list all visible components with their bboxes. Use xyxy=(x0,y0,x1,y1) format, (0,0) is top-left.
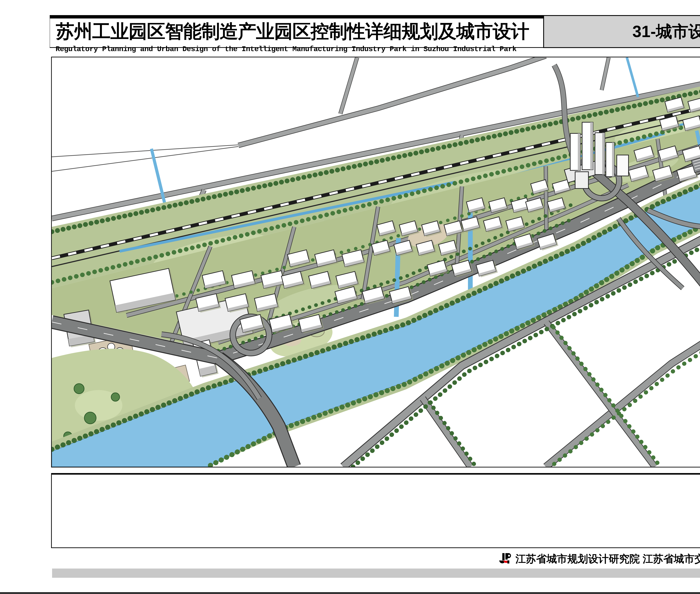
legend-panel xyxy=(51,473,700,548)
drawing-number-panel: 31-城市设计三维鸟瞰图 xyxy=(543,15,700,48)
jp-monogram-logo xyxy=(497,552,511,566)
page-title: 苏州工业园区智能制造产业园区控制性详细规划及城市设计 xyxy=(56,19,543,44)
credit-row: 江苏省城市规划设计研究院 江苏省城市交通规划研究中心 xyxy=(497,551,700,567)
title-block: 苏州工业园区智能制造产业园区控制性详细规划及城市设计 Regulatory Pl… xyxy=(50,15,543,48)
footer-bar xyxy=(52,568,700,578)
drawing-number-label: 31-城市设计三维鸟瞰图 xyxy=(632,21,700,42)
drawing-sheet: 苏州工业园区智能制造产业园区控制性详细规划及城市设计 Regulatory Pl… xyxy=(0,0,700,594)
aerial-rendering-frame xyxy=(51,57,700,467)
institute-credit: 江苏省城市规划设计研究院 江苏省城市交通规划研究中心 xyxy=(515,552,700,566)
aerial-view-rendering xyxy=(52,57,700,467)
page-subtitle-english: Regulatory Planning and Urban Design of … xyxy=(56,45,543,53)
bottom-rule xyxy=(0,592,700,594)
